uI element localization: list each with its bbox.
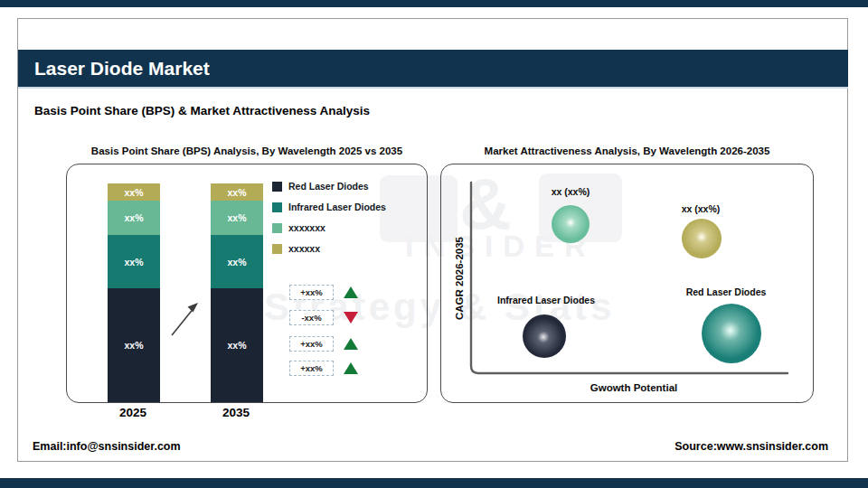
bar-segment: xx%: [211, 235, 263, 288]
legend-item-infrared-laser-diodes: Infrared Laser Diodes: [272, 202, 386, 212]
y-axis-title: CAGR 2026-2035: [454, 211, 468, 346]
legend-label: Red Laser Diodes: [288, 181, 369, 192]
footer-email: Email:info@snsinsider.com: [33, 440, 181, 453]
legend-swatch-icon: [272, 182, 282, 192]
x-axis-title: Gwowth Potential: [543, 382, 724, 393]
attractiveness-chart-panel: CAGR 2026-2035 Gwowth Potential xx (xx%)…: [440, 164, 814, 403]
up-triangle-icon: [344, 362, 358, 374]
change-indicator-value: -xx%: [289, 310, 334, 325]
legend-label: xxxxxx: [288, 243, 320, 254]
legend-swatch-icon: [272, 223, 282, 233]
top-accent-bar: [0, 0, 868, 7]
bar-segment: xx%: [211, 201, 263, 235]
change-indicator-value: +xx%: [289, 336, 334, 352]
bubble-mint: [552, 205, 590, 243]
bubble-label: Red Laser Diodes: [654, 286, 798, 297]
legend-swatch-icon: [272, 202, 282, 212]
up-triangle-icon: [344, 338, 358, 350]
legend-label: xxxxxxx: [288, 222, 326, 233]
bar-segment: xx%: [211, 183, 263, 201]
up-triangle-icon: [344, 286, 358, 298]
bottom-accent-bar: [0, 478, 868, 488]
footer-source: Source:www.snsinsider.com: [675, 440, 828, 453]
legend-item-red-laser-diodes: Red Laser Diodes: [272, 181, 369, 192]
legend-label: Infrared Laser Diodes: [288, 202, 386, 212]
stacked-bar-2025: xx% xx% xx% xx%: [108, 183, 160, 402]
bubble-label: Infrared Laser Diodes: [474, 295, 618, 305]
x-axis-label-2035: 2035: [209, 406, 263, 419]
page-subtitle: Basis Point Share (BPS) & Market Attract…: [34, 104, 370, 117]
legend-swatch-icon: [272, 244, 282, 254]
bubble-label: xx (xx%): [646, 203, 755, 214]
title-banner: Laser Diode Market: [18, 50, 848, 89]
bar-segment: xx%: [108, 235, 160, 288]
bar-segment: xx%: [108, 201, 160, 235]
attractiveness-chart-title: Market Attractiveness Analysis, By Wavel…: [440, 145, 814, 156]
down-triangle-icon: [344, 312, 358, 324]
x-axis-label-2025: 2025: [106, 406, 160, 419]
bubble-label: xx (xx%): [516, 186, 625, 197]
bar-segment: xx%: [108, 288, 160, 402]
axes-lines: [441, 164, 815, 404]
legend-item-placeholder-2: xxxxxx: [272, 243, 320, 254]
bubble-infrared-laser-diodes: [523, 314, 566, 358]
bps-chart-panel: xx% xx% xx% xx% xx% xx% xx% xx% Red Lase…: [66, 164, 428, 403]
bar-segment: xx%: [211, 288, 263, 402]
stacked-bar-2035: xx% xx% xx% xx%: [211, 183, 263, 402]
page-title: Laser Diode Market: [18, 58, 210, 80]
change-indicator-value: +xx%: [289, 361, 334, 376]
growth-arrow-icon: [168, 298, 204, 340]
bubble-red-laser-diodes: [702, 304, 761, 363]
bps-chart-title: Basis Point Share (BPS) Analysis, By Wav…: [66, 145, 428, 156]
legend-item-placeholder-1: xxxxxxx: [272, 222, 326, 233]
change-indicator-value: +xx%: [289, 285, 334, 300]
bubble-olive: [682, 219, 722, 258]
bar-segment: xx%: [108, 183, 160, 201]
